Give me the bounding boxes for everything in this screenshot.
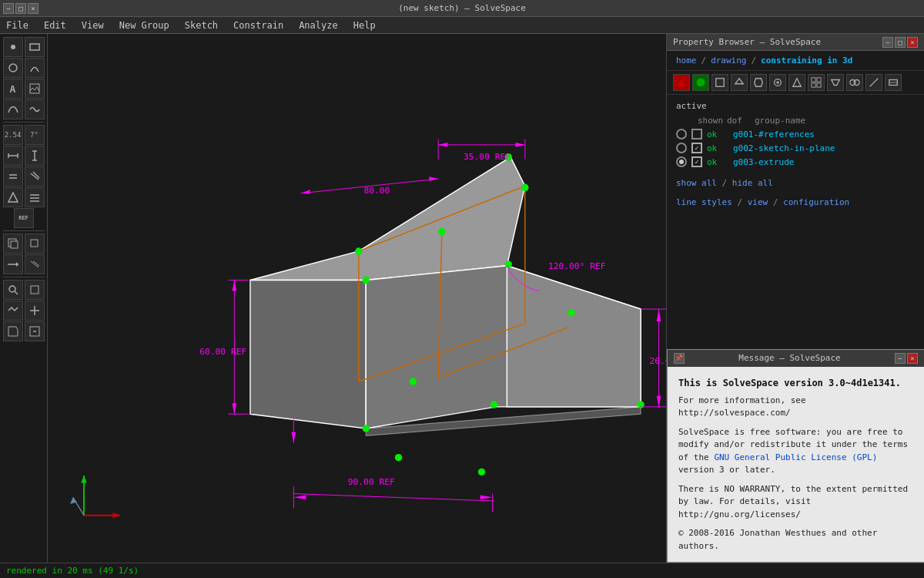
svg-point-98: [776, 81, 779, 84]
svg-point-0: [11, 45, 15, 49]
sketch-svg: 35.00 REF 80.00 120.00° REF 60.00 REF 26…: [48, 34, 666, 563]
parallel-tool[interactable]: [25, 187, 45, 207]
svg-rect-95: [716, 79, 725, 87]
bezier-tool[interactable]: [3, 99, 23, 119]
menu-analyze[interactable]: Analyze: [296, 18, 341, 32]
pb-maximize[interactable]: □: [895, 37, 906, 48]
tb-row-3: A: [3, 79, 45, 99]
group3-check[interactable]: ✓: [691, 156, 702, 167]
win-close[interactable]: ×: [28, 3, 38, 14]
svg-point-51: [567, 309, 574, 316]
group1-radio[interactable]: [676, 129, 687, 139]
main-title-text: (new sketch) — SolveSpace: [398, 3, 526, 13]
pb-minimize[interactable]: −: [882, 37, 893, 48]
svg-text:35.00 REF: 35.00 REF: [464, 152, 511, 162]
angle-dim-tool[interactable]: 7°: [25, 125, 45, 145]
menu-file[interactable]: File: [3, 18, 32, 32]
view-link[interactable]: view: [748, 197, 768, 207]
tb-row-9: [3, 234, 45, 254]
menu-new-group[interactable]: New Group: [116, 18, 172, 32]
hide-all-link[interactable]: hide all: [732, 178, 773, 188]
sep2: /: [773, 197, 783, 207]
array-tool[interactable]: [3, 254, 23, 274]
pb-icon-12[interactable]: [885, 74, 902, 91]
move-tool[interactable]: [3, 234, 23, 254]
text-tool[interactable]: A: [3, 79, 23, 99]
menu-sketch[interactable]: Sketch: [182, 18, 221, 32]
show-all-link[interactable]: show all: [676, 178, 717, 188]
group2-name[interactable]: g002-sketch-in-plane: [733, 143, 835, 153]
svg-marker-73: [657, 396, 661, 407]
import-tool[interactable]: [3, 321, 23, 341]
tb-row-1: [3, 37, 45, 57]
pb-content: active shown dof group-name ok g001-#ref…: [667, 95, 924, 349]
pb-icon-10[interactable]: [846, 74, 863, 91]
pb-icon-9[interactable]: [827, 74, 844, 91]
zoom-in-tool[interactable]: [3, 280, 23, 300]
mirror-tool[interactable]: [25, 254, 45, 274]
pb-icon-4[interactable]: [731, 74, 748, 91]
pb-icon-5[interactable]: [750, 74, 767, 91]
msg-minimize[interactable]: −: [895, 353, 906, 364]
win-maximize[interactable]: □: [15, 3, 26, 14]
col-dof-header: dof: [727, 116, 748, 126]
menu-help[interactable]: Help: [350, 18, 379, 32]
menu-view[interactable]: View: [79, 18, 107, 32]
vert-tool[interactable]: [25, 146, 45, 166]
msg-warranty-text: There is NO WARRANTY, to the extent perm…: [678, 484, 908, 519]
orient-tool[interactable]: [25, 301, 45, 321]
line-tool[interactable]: 2.54: [3, 125, 23, 145]
svg-point-2: [9, 64, 17, 72]
menu-edit[interactable]: Edit: [41, 18, 69, 32]
export-tool[interactable]: [25, 321, 45, 341]
pb-icon-3[interactable]: [711, 74, 728, 91]
nav-drawing[interactable]: drawing: [711, 55, 746, 66]
group3-radio[interactable]: [676, 156, 687, 167]
active-label-text: active: [676, 101, 707, 111]
nav-home[interactable]: home: [676, 55, 697, 66]
pb-close[interactable]: ×: [907, 37, 918, 48]
point-tool[interactable]: [3, 37, 23, 57]
canvas-area[interactable]: 35.00 REF 80.00 120.00° REF 60.00 REF 26…: [48, 34, 666, 563]
msg-copyright: © 2008-2016 Jonathan Westhues and other …: [678, 527, 913, 553]
spline-tool[interactable]: [25, 99, 45, 119]
pb-icon-1[interactable]: [673, 74, 690, 91]
pb-icon-8[interactable]: [808, 74, 825, 91]
property-browser: Property Browser — SolveSpace − □ × home…: [667, 34, 924, 349]
rect-tool[interactable]: [25, 37, 45, 57]
line-styles-link[interactable]: line styles: [676, 197, 732, 207]
group1-name[interactable]: g001-#references: [733, 129, 815, 139]
svg-line-26: [15, 291, 18, 294]
pb-icon-7[interactable]: [788, 74, 805, 91]
msg-pin[interactable]: 📌: [674, 353, 685, 364]
svg-point-50: [490, 401, 497, 408]
pb-icon-6[interactable]: [769, 74, 786, 91]
tb-row-11: [3, 280, 45, 300]
ref-tool[interactable]: REF: [14, 208, 34, 228]
msg-license-link[interactable]: GNU General Public License (GPL): [714, 452, 877, 462]
circle-tool[interactable]: [3, 58, 23, 78]
group3-name[interactable]: g003-extrude: [733, 157, 794, 167]
pan-tool[interactable]: [25, 280, 45, 300]
group1-check[interactable]: [691, 129, 702, 139]
view-tool[interactable]: [3, 301, 23, 321]
image-tool[interactable]: [25, 79, 45, 99]
msg-close[interactable]: ×: [907, 353, 918, 364]
constrain-tool[interactable]: [3, 187, 23, 207]
arc-tool[interactable]: [25, 58, 45, 78]
svg-marker-96: [735, 79, 744, 84]
equal-tool[interactable]: [3, 166, 23, 187]
configuration-link[interactable]: configuration: [783, 197, 849, 207]
pb-icon-2[interactable]: [692, 74, 709, 91]
group2-radio[interactable]: [676, 143, 687, 153]
svg-point-54: [395, 454, 402, 461]
horiz-tool[interactable]: [3, 146, 23, 166]
pb-win-controls: − □ ×: [882, 37, 918, 48]
svg-marker-78: [480, 495, 493, 499]
pb-icon-11[interactable]: [865, 74, 882, 91]
parallel-lines[interactable]: [25, 166, 45, 187]
copy-tool[interactable]: [25, 234, 45, 254]
group2-check[interactable]: ✓: [691, 143, 702, 153]
menu-constrain[interactable]: Constrain: [230, 18, 286, 32]
win-minimize[interactable]: −: [3, 3, 14, 14]
